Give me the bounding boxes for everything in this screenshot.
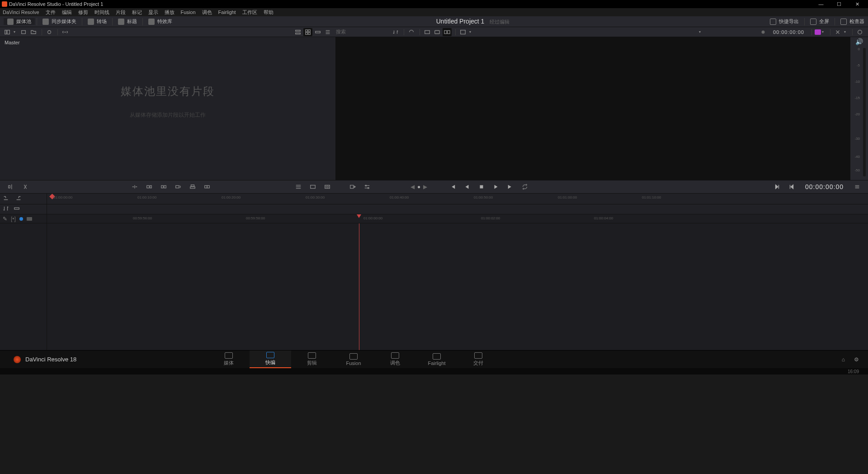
timeline-free-button[interactable] — [15, 195, 24, 203]
timeline-timecode[interactable]: 00:00:00:00 — [805, 183, 844, 190]
menu-playback[interactable]: 播放 — [165, 9, 175, 16]
sort-button[interactable] — [391, 28, 400, 36]
timeline-options-button[interactable] — [293, 182, 304, 192]
stop-button[interactable] — [476, 182, 487, 192]
tools-button[interactable] — [833, 28, 842, 36]
audio-trim-button[interactable] — [19, 217, 23, 221]
marker-button[interactable]: [•] — [11, 216, 16, 222]
tab-edit[interactable]: 剪辑 — [291, 351, 333, 368]
dual-viewer-button[interactable] — [443, 28, 452, 36]
search-input[interactable]: 搜索 — [336, 28, 346, 35]
play-button[interactable] — [491, 182, 501, 192]
project-settings-button[interactable]: ⚙ — [854, 356, 859, 363]
tab-deliver[interactable]: 交付 — [458, 351, 499, 368]
source-clip-button[interactable] — [433, 28, 442, 36]
fullscreen-button[interactable]: 全屏 — [810, 18, 829, 25]
strip-view-button[interactable] — [313, 28, 322, 36]
speaker-icon[interactable]: 🔊 — [855, 38, 863, 45]
source-timecode[interactable]: 00:00:00:00 — [773, 29, 804, 35]
loop-button[interactable] — [519, 182, 530, 192]
menu-color[interactable]: 调色 — [202, 9, 212, 16]
audio-only-button[interactable] — [322, 182, 333, 192]
sync-clips-button[interactable] — [45, 28, 54, 36]
prev-edit-icon[interactable]: ◀ — [410, 184, 415, 190]
smart-insert-button[interactable] — [129, 182, 140, 192]
place-on-top-button[interactable] — [187, 182, 198, 192]
split-button[interactable] — [20, 182, 31, 192]
metadata-view-button[interactable] — [293, 28, 302, 36]
overview-ruler-track[interactable]: 01:00:00:00 01:00:10:00 01:00:20:00 01:0… — [47, 194, 868, 204]
close-up-button[interactable] — [173, 182, 184, 192]
source-overwrite-button[interactable] — [202, 182, 212, 192]
tab-media[interactable]: 媒体 — [208, 351, 250, 368]
menu-app[interactable]: DaVinci Resolve — [3, 9, 39, 15]
transitions-button[interactable]: 转场 — [84, 18, 110, 25]
titles-button[interactable]: 标题 — [114, 18, 141, 25]
snap-button[interactable]: ✎ — [3, 216, 7, 222]
sync-bin-button[interactable]: 同步媒体夹 — [39, 18, 80, 25]
close-button[interactable]: ✕ — [848, 1, 866, 7]
source-tape-button[interactable] — [423, 28, 432, 36]
prev-clip-button[interactable] — [786, 182, 797, 192]
current-edit-icon[interactable]: ● — [417, 184, 420, 190]
media-pool-button[interactable]: 媒体池 — [4, 18, 35, 25]
tab-fairlight[interactable]: Fairlight — [416, 351, 458, 368]
link-button[interactable] — [61, 28, 70, 36]
chevron-down-icon[interactable]: ▾ — [469, 30, 471, 34]
timeline-locked-button[interactable] — [3, 195, 11, 203]
next-clip-button[interactable] — [772, 182, 783, 192]
menu-mark[interactable]: 标记 — [132, 9, 142, 16]
menu-file[interactable]: 文件 — [46, 9, 56, 16]
chevron-down-icon[interactable]: ▾ — [844, 30, 846, 34]
list-view-button[interactable] — [323, 28, 332, 36]
go-to-start-button[interactable] — [447, 182, 458, 192]
viewer-panel[interactable] — [336, 37, 850, 180]
menu-fairlight[interactable]: Fairlight — [218, 9, 236, 15]
menu-clip[interactable]: 片段 — [116, 9, 126, 16]
marker-color-button[interactable] — [815, 29, 821, 35]
playhead-line[interactable] — [359, 223, 359, 350]
flag-button[interactable] — [27, 217, 32, 221]
resolution-button[interactable] — [407, 28, 416, 36]
menu-workspace[interactable]: 工作区 — [242, 9, 257, 16]
add-track-button[interactable] — [14, 205, 20, 213]
home-button[interactable]: ⌂ — [842, 356, 845, 363]
next-edit-icon[interactable]: ▶ — [423, 184, 427, 190]
play-reverse-button[interactable] — [462, 182, 472, 192]
safe-area-button[interactable] — [458, 28, 467, 36]
go-to-end-button[interactable] — [505, 182, 516, 192]
ripple-overwrite-button[interactable] — [158, 182, 169, 192]
timeline-tracks[interactable] — [47, 223, 868, 350]
chevron-down-icon[interactable]: ▾ — [699, 30, 701, 34]
timeline-menu-button[interactable] — [852, 182, 863, 192]
chevron-down-icon[interactable]: ▾ — [822, 30, 824, 34]
bypass-button[interactable] — [855, 28, 864, 36]
import-folder-button[interactable] — [29, 28, 38, 36]
thumbnail-view-button[interactable] — [303, 28, 312, 36]
timeline-panel[interactable] — [0, 223, 868, 350]
tab-fusion[interactable]: Fusion — [333, 351, 374, 368]
import-media-button[interactable] — [19, 28, 28, 36]
append-button[interactable] — [144, 182, 155, 192]
media-pool-panel[interactable]: Master 媒体池里没有片段 从媒体存储添加片段以开始工作 — [0, 37, 336, 180]
menu-help[interactable]: 帮助 — [264, 9, 274, 16]
maximize-button[interactable]: ☐ — [830, 1, 848, 7]
inspector-button[interactable]: 检查器 — [840, 18, 864, 25]
track-sort-button[interactable] — [3, 205, 9, 213]
settings-button[interactable] — [362, 182, 373, 192]
video-only-button[interactable] — [307, 182, 318, 192]
bin-list-button[interactable] — [3, 28, 12, 36]
quick-export-button[interactable]: 快捷导出 — [770, 18, 799, 25]
minimize-button[interactable]: — — [812, 1, 830, 7]
master-bin-label[interactable]: Master — [0, 37, 335, 48]
menu-edit[interactable]: 编辑 — [62, 9, 72, 16]
detail-playhead[interactable] — [359, 214, 361, 218]
menu-view[interactable]: 显示 — [148, 9, 158, 16]
sync-button[interactable] — [347, 182, 358, 192]
chevron-down-icon[interactable]: ▾ — [14, 30, 15, 34]
menu-trim[interactable]: 修剪 — [78, 9, 88, 16]
effects-button[interactable]: 特效库 — [145, 18, 176, 25]
detail-ruler-track[interactable]: 00:59:56:00 00:59:58:00 01:00:00:00 01:0… — [47, 214, 868, 223]
boring-detector-button[interactable] — [5, 182, 16, 192]
tab-cut[interactable]: 快编 — [250, 351, 291, 368]
